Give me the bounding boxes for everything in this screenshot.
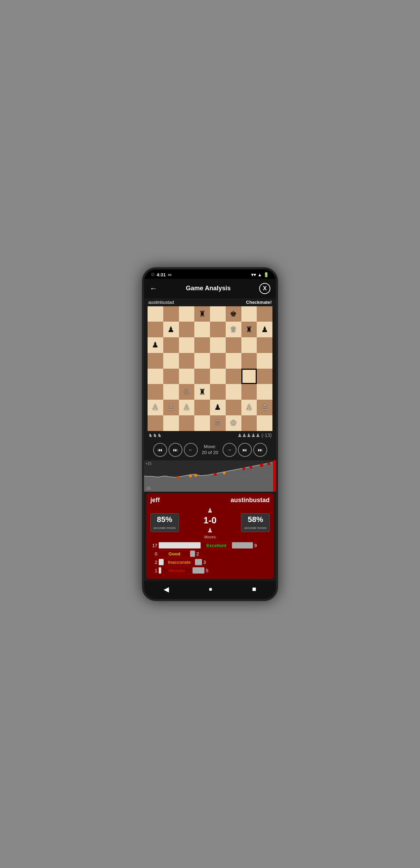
white-captured: ♞♞♞ xyxy=(148,432,162,438)
move-count-left: 2 xyxy=(150,560,157,565)
stats-section: jeff austinbustad 85% accurate moves ♟ 1… xyxy=(146,493,274,579)
svg-point-4 xyxy=(194,474,197,477)
chess-cell[interactable] xyxy=(148,384,163,400)
chess-cell[interactable]: ♟ xyxy=(148,337,163,353)
nav-home-button[interactable]: ● xyxy=(208,585,212,593)
graph-red-bar xyxy=(273,460,276,492)
chess-cell[interactable] xyxy=(179,322,195,337)
chess-cell[interactable] xyxy=(163,353,179,369)
chess-cell[interactable] xyxy=(226,384,241,400)
white-player-name: austinbustad xyxy=(148,300,174,305)
chess-cell[interactable] xyxy=(163,369,179,384)
nav-square-button[interactable]: ■ xyxy=(252,585,256,593)
chess-cell[interactable] xyxy=(179,337,195,353)
chess-cell[interactable] xyxy=(210,384,226,400)
chess-cell[interactable] xyxy=(210,322,226,337)
chess-cell[interactable]: ♙ xyxy=(257,400,272,415)
chess-cell[interactable] xyxy=(257,337,272,353)
chess-cell[interactable] xyxy=(194,337,210,353)
chess-cell[interactable] xyxy=(210,353,226,369)
chess-cell[interactable] xyxy=(210,337,226,353)
chess-cell[interactable] xyxy=(257,415,272,431)
chess-cell[interactable]: ♜ xyxy=(241,322,257,337)
forward-move-button[interactable]: → xyxy=(223,443,237,457)
chess-piece: ♘ xyxy=(183,388,190,396)
chess-cell[interactable]: ♜ xyxy=(194,384,210,400)
chess-cell[interactable] xyxy=(148,353,163,369)
chess-cell[interactable]: ♙ xyxy=(241,400,257,415)
chess-cell[interactable]: ♚ xyxy=(226,306,241,322)
chess-piece: ♟ xyxy=(167,326,174,333)
chess-cell[interactable] xyxy=(226,337,241,353)
chess-cell[interactable]: ♟ xyxy=(163,322,179,337)
svg-point-3 xyxy=(189,475,192,477)
chess-cell[interactable] xyxy=(194,353,210,369)
chess-cell[interactable] xyxy=(226,369,241,384)
nav-back-button[interactable]: ◀ xyxy=(164,585,169,593)
chess-cell[interactable] xyxy=(194,400,210,415)
chess-cell[interactable]: ♜ xyxy=(194,306,210,322)
chess-cell[interactable] xyxy=(241,337,257,353)
back-button[interactable]: ← xyxy=(150,284,157,293)
back-move-button[interactable]: ← xyxy=(184,443,198,457)
chess-cell[interactable] xyxy=(210,369,226,384)
phone-frame: 4:31 ▭ ▾▾ ▲ 🔋 ← Game Analysis X austinbu… xyxy=(142,267,278,601)
chess-cell[interactable] xyxy=(226,400,241,415)
chess-cell[interactable] xyxy=(148,369,163,384)
chess-cell[interactable] xyxy=(179,306,195,322)
chess-cell[interactable] xyxy=(257,306,272,322)
chess-cell[interactable] xyxy=(163,415,179,431)
chess-cell[interactable] xyxy=(210,306,226,322)
first-move-button[interactable]: ⏮ xyxy=(153,443,167,457)
svg-point-2 xyxy=(177,476,179,479)
chess-cell[interactable] xyxy=(241,306,257,322)
chess-cell[interactable] xyxy=(194,415,210,431)
chess-cell[interactable] xyxy=(148,415,163,431)
chess-cell[interactable] xyxy=(163,337,179,353)
svg-point-6 xyxy=(223,471,226,474)
chess-cell[interactable] xyxy=(163,306,179,322)
accuracy-right: 58% accurate moves xyxy=(241,513,270,532)
analysis-graph: +15 -15 xyxy=(144,460,276,492)
chess-cell[interactable] xyxy=(241,384,257,400)
chess-cell[interactable]: ♖ xyxy=(210,415,226,431)
move-category-label: Mistake xyxy=(161,567,193,574)
player-labels: austinbustad Checkmate! xyxy=(144,298,276,306)
chess-cell[interactable] xyxy=(257,353,272,369)
next-chapter-button[interactable]: ⏭ xyxy=(238,443,252,457)
svg-point-8 xyxy=(249,466,252,469)
prev-chapter-button[interactable]: ⏭ xyxy=(168,443,182,457)
chess-cell[interactable]: ♔ xyxy=(226,415,241,431)
chess-cell[interactable] xyxy=(148,322,163,337)
chess-cell[interactable] xyxy=(226,353,241,369)
chess-piece: ♙ xyxy=(152,404,159,411)
chess-piece: ♜ xyxy=(246,326,253,333)
moves-row: 2Inaccurate3 xyxy=(150,559,270,566)
close-button[interactable]: X xyxy=(259,283,270,294)
chess-cell[interactable] xyxy=(194,369,210,384)
last-move-button[interactable]: ⏭ xyxy=(253,443,267,457)
chess-cell[interactable]: ♕ xyxy=(226,322,241,337)
chess-cell[interactable] xyxy=(194,322,210,337)
chess-cell[interactable]: ♘ xyxy=(179,384,195,400)
chess-cell[interactable] xyxy=(241,415,257,431)
chess-cell[interactable]: ♙ xyxy=(148,400,163,415)
graph-svg xyxy=(144,460,276,492)
chess-cell[interactable] xyxy=(241,369,257,384)
chess-cell[interactable] xyxy=(179,369,195,384)
chess-piece: ♟ xyxy=(261,326,268,333)
chess-cell[interactable]: ♟ xyxy=(257,322,272,337)
chess-cell[interactable] xyxy=(257,384,272,400)
chess-cell[interactable] xyxy=(163,384,179,400)
chess-cell[interactable] xyxy=(179,353,195,369)
chess-cell[interactable] xyxy=(179,415,195,431)
moves-table: 17Excellent90Good22Inaccurate31Mistake5 xyxy=(150,542,270,574)
move-bar-right xyxy=(190,551,195,557)
chess-cell[interactable] xyxy=(241,353,257,369)
accuracy-pct-left: 85% xyxy=(153,515,176,524)
chess-cell[interactable]: ♙ xyxy=(179,400,195,415)
chess-cell[interactable]: ♙ xyxy=(163,400,179,415)
chess-cell[interactable]: ♟ xyxy=(210,400,226,415)
chess-cell[interactable] xyxy=(257,369,272,384)
chess-cell[interactable] xyxy=(148,306,163,322)
